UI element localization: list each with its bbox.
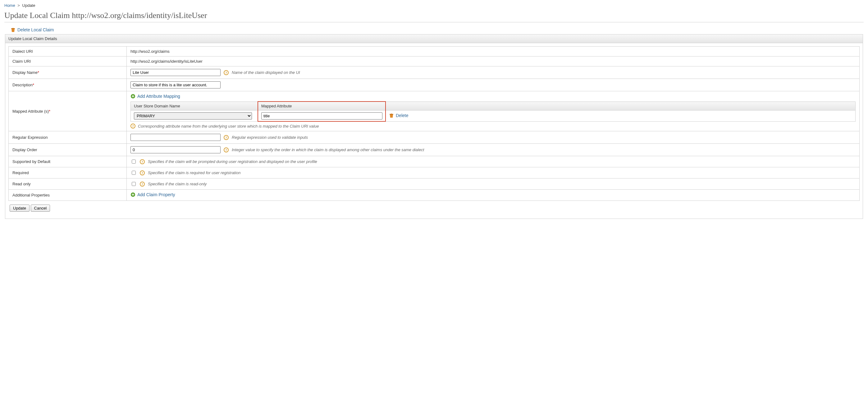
label-supported: Supported by Default: [9, 156, 127, 167]
label-readonly: Read only: [9, 178, 127, 190]
add-claim-property-label: Add Claim Property: [137, 192, 175, 197]
breadcrumb-current: Update: [22, 3, 35, 8]
label-additional: Additional Properties: [9, 190, 127, 201]
supported-checkbox[interactable]: [132, 160, 136, 164]
required-marker: *: [49, 109, 50, 113]
user-store-domain-select[interactable]: PRIMARY: [134, 112, 252, 120]
delete-local-claim-label: Delete Local Claim: [18, 27, 54, 32]
required-marker: *: [38, 70, 39, 75]
add-attribute-mapping-label: Add Attribute Mapping: [137, 94, 180, 99]
regex-input[interactable]: [130, 134, 221, 141]
mapping-row: PRIMARY: [131, 110, 856, 122]
mapped-attribute-input[interactable]: [261, 112, 382, 120]
label-description: Description: [12, 83, 33, 87]
required-marker: *: [33, 83, 34, 87]
required-checkbox[interactable]: [132, 171, 136, 175]
title-rule: [4, 22, 864, 22]
help-icon[interactable]: [224, 70, 229, 75]
mapping-table: User Store Domain Name Mapped Attribute: [130, 101, 856, 122]
breadcrumb-home[interactable]: Home: [4, 3, 15, 8]
trash-icon: [389, 113, 394, 118]
delete-mapping-label: Delete: [396, 113, 408, 118]
update-button[interactable]: Update: [10, 204, 30, 212]
help-icon[interactable]: [140, 182, 145, 187]
label-dialect-uri: Dialect URI: [9, 46, 127, 57]
trash-icon: [10, 27, 16, 32]
mapping-header-actions: [386, 102, 856, 110]
delete-mapping-link[interactable]: Delete: [389, 113, 408, 118]
hint-display-order: Integer value to specify the order in wh…: [232, 148, 424, 152]
breadcrumb: Home > Update: [4, 2, 864, 10]
help-icon[interactable]: [140, 170, 145, 175]
form-table: Dialect URI http://wso2.org/claims Claim…: [8, 46, 860, 201]
display-name-input[interactable]: [130, 69, 221, 76]
add-attribute-mapping-link[interactable]: Add Attribute Mapping: [130, 94, 180, 99]
label-mapped-attribute: Mapped Attribute (s): [12, 109, 49, 113]
help-icon[interactable]: [224, 148, 229, 153]
delete-local-claim-link[interactable]: Delete Local Claim: [10, 27, 54, 32]
plus-icon: [130, 94, 135, 99]
hint-readonly: Specifies if the claim is read-only: [148, 182, 207, 186]
display-order-input[interactable]: [130, 146, 221, 153]
cancel-button[interactable]: Cancel: [31, 204, 50, 212]
label-display-order: Display Order: [9, 144, 127, 156]
readonly-checkbox[interactable]: [132, 182, 136, 186]
plus-icon: [130, 192, 135, 197]
hint-required: Specifies if the claim is required for u…: [148, 170, 241, 175]
value-dialect-uri: http://wso2.org/claims: [127, 46, 860, 57]
help-icon[interactable]: [140, 159, 145, 164]
add-claim-property-link[interactable]: Add Claim Property: [130, 192, 175, 197]
value-claim-uri: http://wso2.org/claims/identity/isLiteUs…: [127, 57, 860, 66]
help-icon[interactable]: [224, 135, 229, 140]
details-panel: Update Local Claim Details Dialect URI h…: [5, 34, 863, 219]
mapping-header-attribute: Mapped Attribute: [258, 102, 386, 110]
hint-mapped-attribute: Corresponding attribute name from the un…: [138, 124, 319, 129]
details-panel-header: Update Local Claim Details: [5, 34, 863, 43]
description-input[interactable]: [130, 81, 221, 89]
mapping-header-domain: User Store Domain Name: [131, 102, 258, 110]
label-display-name: Display Name: [12, 70, 38, 75]
label-required: Required: [9, 167, 127, 178]
hint-display-name: Name of the claim displayed on the UI: [232, 70, 300, 75]
help-icon[interactable]: [130, 124, 135, 129]
hint-regex: Regular expression used to validate inpu…: [232, 135, 308, 140]
page-title: Update Local Claim http://wso2.org/claim…: [4, 11, 864, 20]
label-claim-uri: Claim URI: [9, 57, 127, 66]
breadcrumb-separator: >: [16, 3, 21, 8]
label-regex: Regular Expression: [9, 131, 127, 144]
hint-supported: Specifies if the claim will be prompted …: [148, 159, 317, 164]
